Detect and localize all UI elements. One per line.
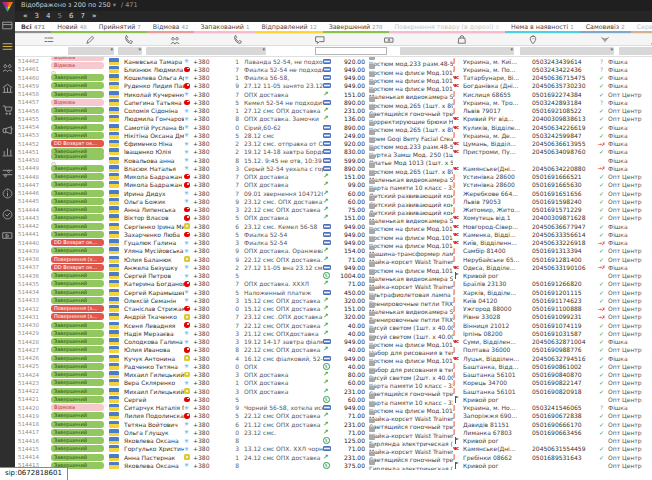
- table-row[interactable]: 514424ЗавершенийМихаил Гилецький+3803ОПХ…: [15, 371, 652, 379]
- table-row[interactable]: 514448ЗавершенийМикола Бадражан+3807ОПХ …: [15, 173, 652, 181]
- tab-нема-в-наявності[interactable]: Нема в наявності1: [505, 22, 580, 33]
- last-page-button[interactable]: »: [92, 11, 97, 22]
- tab-відмова[interactable]: Відмова42: [147, 22, 195, 33]
- money-column-icon[interactable]: [384, 35, 394, 45]
- phone-column-icon[interactable]: [233, 35, 243, 45]
- table-row[interactable]: 514433ЗавершенийОлексій Семанін✳+380315.…: [15, 296, 652, 304]
- tab-запакований[interactable]: Запакований1: [194, 22, 255, 33]
- page-button-5[interactable]: 5: [57, 11, 61, 22]
- page-button-6[interactable]: 6: [69, 11, 73, 22]
- table-row[interactable]: 514460ЗавершенийКошелева Ольга Ар...✳+38…: [15, 74, 652, 82]
- table-row[interactable]: 514438Повернення (з...Юлия Баланюк+38092…: [15, 255, 652, 263]
- table-row[interactable]: 514430ЗавершенийКсеня Левадняя+380722.12…: [15, 321, 652, 329]
- sidebar-item-cart-icon[interactable]: [2, 104, 13, 115]
- page-button-7[interactable]: 7: [80, 11, 84, 22]
- table-row[interactable]: 514454ЗавершенийСамотій Руслана Во...✳+3…: [15, 123, 652, 131]
- table-row[interactable]: 514462Відмова⊙Каневська Тамара ...✳+3801…: [15, 57, 652, 65]
- status-filter-dropdown[interactable]: [68, 47, 114, 55]
- app-logo-icon[interactable]: [2, 2, 13, 12]
- client-filter-dropdown[interactable]: [146, 47, 266, 55]
- table-row[interactable]: 514457ВідмоваСапегина Татьяна С...+3805К…: [15, 98, 652, 106]
- tab-всі[interactable]: Всі471: [15, 22, 51, 33]
- table-row[interactable]: 514461Відмова⊙Близнюк Людмила ...+3807Фи…: [15, 65, 652, 73]
- tab-відправлений[interactable]: Відправлений12: [255, 22, 322, 33]
- table-row[interactable]: 514421ЗавершенийСергей+3805$60.00Карта п…: [15, 395, 652, 403]
- table-row[interactable]: 514446ЗавершенийИрина Дидух✳+380709.01 з…: [15, 189, 652, 197]
- sidebar-item-reports-icon[interactable]: [2, 146, 13, 157]
- table-row[interactable]: 514453ЗавершенийНікітіна Оксана Дми...✳+…: [15, 131, 652, 139]
- table-row[interactable]: 514455ЗавершенийЛюдмила Гончарова✳+3808О…: [15, 115, 652, 123]
- customers-column-icon[interactable]: [170, 35, 180, 45]
- table-row[interactable]: 514450Завершений⊙Ковальова анна✳+380815.…: [15, 156, 652, 164]
- tab-самовивіз[interactable]: Самовивіз2: [580, 22, 631, 33]
- sidebar-item-support-icon[interactable]: [2, 209, 13, 220]
- table-row[interactable]: 514437DD Возврат ок...Анжела Безушку✳+38…: [15, 263, 652, 271]
- delivery-filter-dropdown[interactable]: [520, 47, 614, 55]
- tab-сервіси[interactable]: Сервіси0: [631, 22, 652, 33]
- source-filter-dropdown[interactable]: [619, 47, 652, 55]
- search-filter-input[interactable]: [315, 47, 387, 55]
- table-row[interactable]: 514418ЗавершенийТетяна Войтович✳+380621.…: [15, 420, 652, 428]
- product-filter-dropdown[interactable]: [400, 47, 514, 55]
- table-row[interactable]: 514429ЗавершенийНадія Мерзаєва✳+380321.1…: [15, 329, 652, 337]
- table-row[interactable]: 514426ЗавершенийКучук Антонина+380416.12…: [15, 354, 652, 362]
- sidebar-item-dashboard-icon[interactable]: [2, 20, 13, 31]
- product-column-icon[interactable]: [457, 35, 467, 45]
- table-row[interactable]: 514435ЗавершенийКатерина Богданова+3807О…: [15, 280, 652, 288]
- table-row[interactable]: 514444ЗавершенийАнна Липенська+380322.12…: [15, 206, 652, 214]
- table-row[interactable]: 514427ЗавершенийЮлия Иванова+380822.12 с…: [15, 346, 652, 354]
- table-row[interactable]: 514434ЗавершенийСергей Карамышев✳+3805На…: [15, 288, 652, 296]
- location-column-icon[interactable]: [528, 35, 538, 45]
- table-row[interactable]: 514441ЗавершенийЗахарченко Люба+3805Фиал…: [15, 230, 652, 238]
- country-filter-dropdown[interactable]: [118, 47, 142, 55]
- table-row[interactable]: 514425ЗавершенийРадченко Тетяна✳+3800ОПХ…: [15, 362, 652, 370]
- table-row[interactable]: 514428ЗавершенийСолодкова Галина В...✳+3…: [15, 338, 652, 346]
- table-row[interactable]: 514451ЗавершенийІващенко Юлія✳+380219.12…: [15, 148, 652, 156]
- table-row[interactable]: 514422ЗавершенийМихаил Гилецький+3803ОПХ…: [15, 387, 652, 395]
- chevron-down-icon[interactable]: ▾: [113, 1, 116, 9]
- table-row[interactable]: 514415ЗавершенийГоргулько Христина...✳+3…: [15, 445, 652, 453]
- table-row[interactable]: 514423ЗавершенийВера Скляренко✳+3801ОПХ …: [15, 379, 652, 387]
- edit-column-icon[interactable]: [85, 35, 95, 45]
- table-row[interactable]: 514443ЗавершенийВіктор Власов+3805ОПХ до…: [15, 214, 652, 222]
- table-row[interactable]: 514449ЗавершенийВласюк Наталья✳+3803Серы…: [15, 164, 652, 172]
- comment-text: Фиалка 52-54: [244, 231, 323, 238]
- sidebar-item-customers-icon[interactable]: [2, 62, 13, 73]
- sidebar-item-settings-icon[interactable]: [2, 167, 13, 178]
- table-row[interactable]: 514414ЗавершенийАнна Пастернак+380124.12…: [15, 453, 652, 461]
- page-button-3[interactable]: 3: [35, 11, 39, 22]
- sidebar-item-finance-icon[interactable]: [2, 83, 13, 94]
- sidebar-item-video-icon[interactable]: [2, 230, 13, 241]
- page-button-4[interactable]: 4: [46, 11, 50, 22]
- delivery-cell: J: [453, 181, 463, 189]
- table-row[interactable]: 514447ЗавершенийМикола Бадражан+3807ОПХ …: [15, 181, 652, 189]
- table-row[interactable]: 514440DD Возврат ок...Гуцалюк Галина✳+38…: [15, 239, 652, 247]
- callback-column-icon[interactable]: [124, 35, 134, 45]
- first-page-button[interactable]: «: [23, 11, 28, 22]
- list-column-icon[interactable]: [44, 35, 54, 45]
- tab-прийнятий[interactable]: Прийнятий7: [93, 22, 147, 33]
- table-row[interactable]: 514432Повернення (з...Станіслав Стрижак+…: [15, 305, 652, 313]
- tab-повернення-товару-в-дорозі-[interactable]: Повернення товару (в дорозі)0: [389, 22, 505, 33]
- table-row[interactable]: 514431Повернення (з...Андрій Ткаченко+38…: [15, 313, 652, 321]
- sidebar-item-marketing-icon[interactable]: [2, 125, 13, 136]
- sidebar-item-info-icon[interactable]: [2, 188, 13, 199]
- table-row[interactable]: 514445ЗавершенийОльга Божик✳+380923.12 с…: [15, 197, 652, 205]
- sidebar-item-orders-icon[interactable]: [2, 41, 13, 52]
- tab-новий[interactable]: Новий48: [51, 22, 92, 33]
- table-row[interactable]: 514413ЗавершенийЯковлева Оксана✳+3808$37…: [15, 461, 652, 469]
- table-row[interactable]: 514436ЗавершенийСергей Петров✳+3805$1004…: [15, 272, 652, 280]
- call-status-column-icon[interactable]: [600, 35, 610, 45]
- tab-завершений[interactable]: Завершений278: [323, 22, 389, 33]
- table-row[interactable]: 514459ЗавершенийРуденко Лидия Пав...+380…: [15, 82, 652, 90]
- table-row[interactable]: 514442ЗавершенийСергіенко Ірина Ми...+38…: [15, 222, 652, 230]
- comment-column-icon[interactable]: [315, 35, 325, 45]
- table-row[interactable]: 514439ЗавершенийУляна Мусійовська✳+3809О…: [15, 247, 652, 255]
- table-row[interactable]: 514456ЗавершенийСоломія Сідоніна✳+380127…: [15, 107, 652, 115]
- table-row[interactable]: 514420ВідмоваСитарчук Наталія Гр...✳+380…: [15, 404, 652, 412]
- table-row[interactable]: 514416ЗавершенийЯковлева Оксана✳+3808$12…: [15, 437, 652, 445]
- table-row[interactable]: 514419ЗавершенийЛилия Подолинская+380522…: [15, 412, 652, 420]
- table-row[interactable]: 514417ЗавершенийОльга Глущук✳+380023.12 …: [15, 428, 652, 436]
- table-row[interactable]: 514452DD Возврат ок...Єфименко Ніна✳+380…: [15, 140, 652, 148]
- table-row[interactable]: 514458ЗавершенийНиколай Кучеренко✳+3807О…: [15, 90, 652, 98]
